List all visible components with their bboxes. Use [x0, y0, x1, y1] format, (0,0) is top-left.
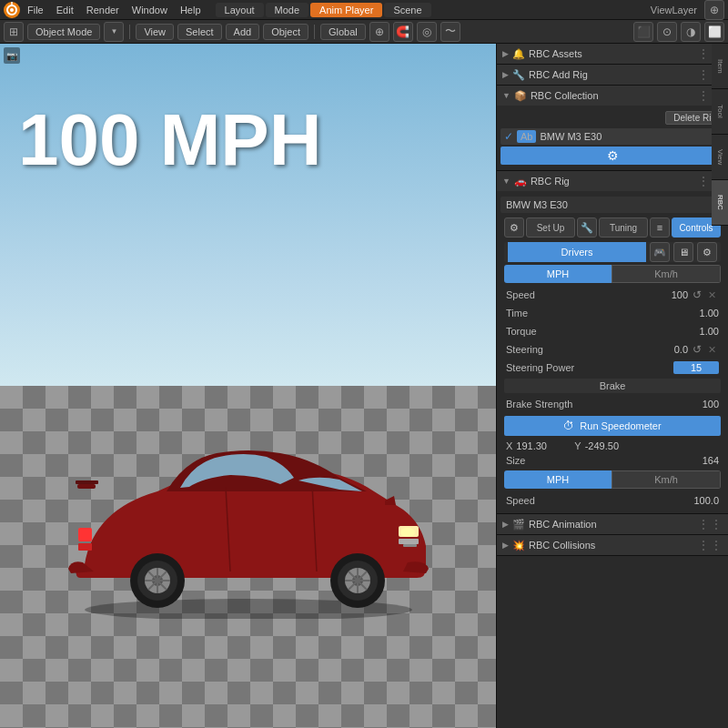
viewport-shading-icon[interactable]: ⬜	[704, 22, 724, 42]
collection-gear-btn[interactable]: ⚙	[500, 147, 724, 165]
wave-icon[interactable]: 〜	[440, 22, 460, 42]
steering-x-icon[interactable]: ✕	[704, 342, 719, 357]
drivers-icon1[interactable]: 🎮	[650, 242, 670, 262]
steering-value: 0.0	[642, 344, 688, 355]
car-container	[9, 364, 487, 619]
run-speedometer-btn[interactable]: ⏱ Run Speedometer	[504, 416, 721, 436]
speed-x-icon[interactable]: ✕	[704, 288, 719, 302]
viewport[interactable]: 100 MPH	[0, 44, 496, 728]
steering-reset-icon[interactable]: ↺	[690, 342, 704, 357]
object-mode-btn[interactable]: Object Mode	[27, 24, 100, 40]
dropdown-arrow-icon[interactable]: ▼	[104, 22, 124, 42]
drivers-btn[interactable]: Drivers	[508, 242, 646, 262]
svg-point-2	[10, 8, 14, 12]
setup-icon-tab[interactable]: ⚙	[504, 217, 524, 238]
speed-label: Speed	[506, 289, 642, 300]
side-tab-tool[interactable]: Tool	[712, 89, 728, 135]
drivers-icon3[interactable]: ⚙	[697, 242, 717, 262]
side-tab-view[interactable]: View	[712, 135, 728, 180]
select-btn[interactable]: Select	[177, 24, 222, 40]
speedo-icon: ⏱	[563, 420, 574, 432]
tab-mode[interactable]: Mode	[266, 3, 309, 17]
collection-car-item[interactable]: ✓ Ab BMW M3 E30	[500, 128, 724, 145]
y-label: Y	[574, 440, 581, 451]
view-btn[interactable]: View	[136, 24, 174, 40]
overlay-icon[interactable]: ⊙	[657, 22, 677, 42]
rig-car-name: BMW M3 E30	[500, 197, 724, 213]
font-icon: Ab	[517, 130, 536, 143]
menu-window[interactable]: Window	[126, 3, 173, 17]
rbc-animation-chevron: ▶	[502, 520, 509, 529]
brake-strength-row: Brake Strength 100	[500, 395, 724, 413]
top-menu-bar: File Edit Render Window Help Layout Mode…	[0, 0, 728, 20]
shade-icon[interactable]: ⬛	[633, 22, 653, 42]
torque-value: 1.00	[673, 326, 719, 337]
rbc-animation-section: ▶ 🎬 RBC Animation ⋮⋮	[497, 514, 728, 535]
workspace-tabs: Layout Mode Anim Player Scene	[216, 3, 431, 17]
tab-scene[interactable]: Scene	[384, 3, 430, 17]
shading-icon[interactable]: ◑	[681, 22, 701, 42]
speed-reset-icon[interactable]: ↺	[690, 288, 704, 302]
viewport-camera-icon[interactable]: 📷	[4, 47, 20, 64]
side-tab-item[interactable]: Item	[712, 44, 728, 89]
speedo-speed-value: 100.0	[673, 495, 719, 506]
brake-section-label: Brake	[504, 379, 721, 393]
rbc-rig-section: ▼ 🚗 RBC Rig ⋮⋮ BMW M3 E30 ⚙ Set Up 🔧 Tun…	[497, 171, 728, 514]
speedo-kmh-btn[interactable]: Km/h	[612, 470, 721, 489]
time-value: 1.00	[673, 308, 719, 318]
transform-icon[interactable]: ⊕	[369, 22, 389, 42]
controls-icon-tab[interactable]: ≡	[650, 217, 670, 238]
menu-edit[interactable]: Edit	[51, 3, 79, 17]
rbc-collisions-header[interactable]: ▶ 💥 RBC Collisions ⋮⋮	[497, 535, 728, 555]
rbc-rig-icon: 🚗	[514, 176, 527, 187]
rbc-animation-options[interactable]: ⋮⋮	[697, 517, 723, 531]
toolbar-grid-icon[interactable]: ⊞	[4, 22, 24, 42]
viewlayer-label: ViewLayer	[651, 5, 697, 15]
tuning-icon-tab[interactable]: 🔧	[577, 217, 597, 238]
rbc-assets-icon: 🔔	[512, 48, 525, 60]
rbc-add-rig-header[interactable]: ▶ 🔧 RBC Add Rig ⋮⋮	[497, 65, 728, 85]
transform-btn[interactable]: Global	[320, 24, 366, 40]
torque-label: Torque	[506, 326, 673, 337]
rbc-collection-title: RBC Collection	[531, 90, 693, 101]
rbc-rig-header[interactable]: ▼ 🚗 RBC Rig ⋮⋮	[497, 171, 728, 191]
tuning-tab[interactable]: Tuning	[599, 217, 648, 238]
setup-tab[interactable]: Set Up	[526, 217, 575, 238]
viewport-overlay-icons: 📷	[4, 47, 20, 64]
rbc-collisions-options[interactable]: ⋮⋮	[697, 538, 723, 552]
tab-layout[interactable]: Layout	[216, 3, 264, 17]
speedo-speed-row: Speed 100.0	[500, 491, 724, 510]
mph-btn[interactable]: MPH	[504, 265, 612, 283]
speedo-mph-btn[interactable]: MPH	[504, 470, 612, 489]
side-tab-rbc[interactable]: RBC	[712, 180, 728, 226]
rbc-assets-title: RBC Assets	[529, 48, 693, 59]
sky-bg	[0, 44, 496, 386]
menu-help[interactable]: Help	[175, 3, 207, 17]
kmh-btn[interactable]: Km/h	[612, 265, 721, 283]
snap-icon[interactable]: 🧲	[393, 22, 413, 42]
rbc-animation-header[interactable]: ▶ 🎬 RBC Animation ⋮⋮	[497, 514, 728, 534]
main-layout: 100 MPH	[0, 44, 728, 728]
drivers-icon2[interactable]: 🖥	[673, 242, 693, 262]
svg-rect-27	[76, 480, 98, 484]
steering-power-value[interactable]: 15	[673, 361, 719, 374]
rbc-animation-icon: 🎬	[512, 519, 525, 531]
rbc-collection-header[interactable]: ▼ 📦 RBC Collection ⋮⋮	[497, 86, 728, 106]
rbc-assets-header[interactable]: ▶ 🔔 RBC Assets ⋮⋮	[497, 44, 728, 64]
size-row: Size 164	[500, 453, 724, 468]
torque-row: Torque 1.00	[500, 322, 724, 340]
viewlayer-icon-btn[interactable]: ⊕	[704, 0, 724, 20]
y-value: -249.50	[585, 440, 640, 451]
proportional-icon[interactable]: ◎	[417, 22, 437, 42]
menu-file[interactable]: File	[22, 3, 49, 17]
add-btn[interactable]: Add	[226, 24, 260, 40]
speedo-speed-label: Speed	[506, 495, 673, 506]
object-btn[interactable]: Object	[263, 24, 308, 40]
drivers-section: Drivers 🎮 🖥 ⚙	[504, 242, 721, 262]
size-label: Size	[506, 455, 703, 466]
tab-anim-player[interactable]: Anim Player	[310, 3, 382, 17]
rbc-collisions-title: RBC Collisions	[529, 540, 693, 551]
menu-render[interactable]: Render	[81, 3, 125, 17]
rbc-collisions-chevron: ▶	[502, 541, 509, 550]
blender-logo-icon	[4, 2, 20, 18]
